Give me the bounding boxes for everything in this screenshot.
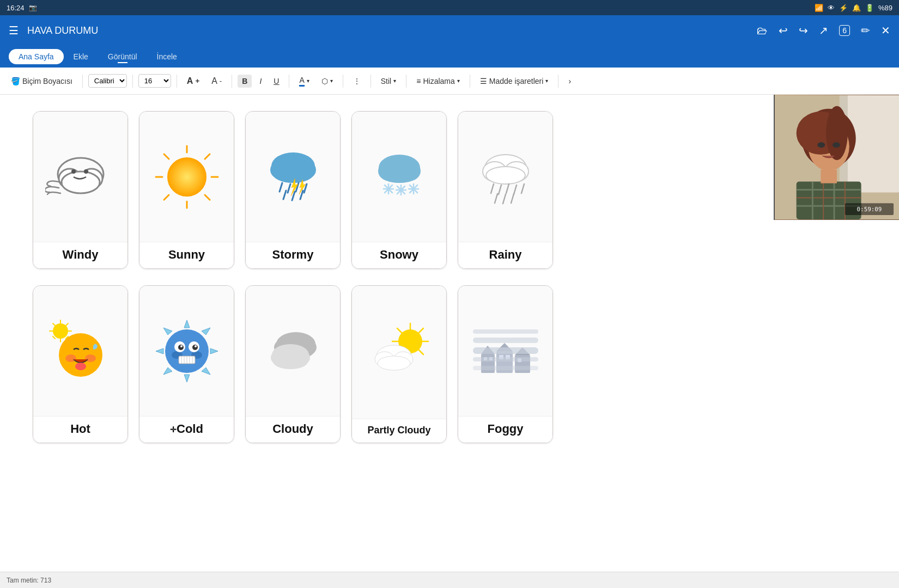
svg-rect-144 [821,170,837,183]
font-family-select[interactable]: Calibri [88,74,127,88]
align-icon: ≡ [416,77,421,85]
undo-icon[interactable]: ↩ [779,24,788,37]
tab-incele[interactable]: İncele [147,49,187,64]
weather-card-rainy: Rainy [458,111,553,269]
windy-label: Windy [33,242,127,268]
font-size-select[interactable]: 16 [138,74,171,88]
decrease-font-button[interactable]: A- [207,74,226,88]
weather-row-1: Windy [33,111,866,269]
hot-image [33,286,127,416]
svg-line-64 [53,336,55,339]
partly-cloudy-label: Partly Cloudy [352,419,446,443]
divider-2 [132,75,133,88]
weather-card-cold: ✛Cold [139,285,234,443]
number-badge: 6 [839,25,850,36]
snowy-label: Snowy [352,242,446,268]
style-button[interactable]: Stil ▾ [376,75,400,88]
svg-point-145 [817,142,825,148]
hamburger-icon[interactable]: ☰ [9,24,19,37]
snowy-icon [364,142,435,212]
word-count: 713 [40,577,51,584]
list-button[interactable]: ☰ Madde işaretleri ▾ [476,75,553,88]
rainy-icon [470,142,541,212]
style-dropdown-icon: ▾ [393,78,396,84]
tab-goruntul[interactable]: Görüntül [98,49,147,64]
foggy-icon [470,316,541,387]
svg-line-10 [164,154,169,159]
svg-point-4 [71,169,76,174]
sunny-image [139,112,234,242]
notification-icon: 🔔 [852,4,861,12]
svg-point-112 [378,356,410,370]
tab-ekle[interactable]: Ekle [64,49,98,64]
cloudy-icon [258,316,329,387]
stormy-label: Stormy [246,242,340,268]
svg-marker-72 [210,348,218,354]
webcam-person: 0:59:09 [775,95,899,220]
nav-tabs: Ana Sayfa Ekle Görüntül İncele [0,46,899,68]
expand-button[interactable]: › [564,75,575,88]
svg-rect-124 [473,347,538,354]
divider-7 [370,75,371,88]
rainy-image [458,112,552,242]
redo-icon[interactable]: ↪ [799,24,808,37]
increase-font-button[interactable]: A+ [183,74,204,88]
svg-point-85 [195,345,197,347]
svg-line-23 [283,191,286,199]
sunny-icon [151,142,222,212]
svg-line-63 [66,323,68,326]
svg-line-19 [280,183,282,192]
svg-line-51 [514,185,517,194]
tab-ana-sayfa[interactable]: Ana Sayfa [9,49,64,64]
svg-text:0:59:09: 0:59:09 [857,206,882,213]
weather-card-hot: Hot [33,285,128,443]
svg-point-3 [62,171,100,193]
svg-point-135 [826,106,848,160]
paint-bucket-button[interactable]: 🪣 Biçim Boyacısı [7,75,77,88]
svg-marker-73 [163,328,172,335]
svg-rect-127 [473,357,538,362]
divider-1 [82,75,83,88]
more-options-button[interactable]: ⋮ [349,75,365,88]
font-color-dropdown-icon[interactable]: ▾ [307,78,309,84]
weather-card-foggy: Foggy [458,285,553,443]
divider-8 [406,75,406,88]
svg-rect-125 [473,338,538,343]
svg-line-104 [397,328,402,333]
save-icon[interactable]: 🗁 [757,24,768,37]
divider-4 [232,75,232,88]
font-color-button[interactable]: A ▾ [295,74,313,89]
hot-label: Hot [33,416,127,443]
close-icon[interactable]: ✕ [881,24,890,37]
svg-point-84 [180,345,183,347]
battery-level: %89 [878,4,892,12]
partly-cloudy-image [352,286,446,419]
italic-button[interactable]: I [255,75,266,88]
weather-card-snowy: Snowy [351,111,447,269]
hot-icon [45,316,116,387]
weather-grid: Windy [33,111,866,443]
svg-marker-74 [202,328,210,335]
svg-marker-76 [202,367,210,375]
svg-line-105 [418,350,423,354]
svg-line-48 [491,184,494,193]
svg-line-61 [53,323,55,326]
webcam-overlay: 0:59:09 [774,95,899,220]
windy-image [33,112,127,242]
highlight-button[interactable]: ⬡ ▾ [317,75,337,88]
edit-icon[interactable]: ✏ [861,24,870,37]
share-icon[interactable]: ↗ [819,24,828,37]
svg-rect-128 [473,366,538,370]
weather-card-stormy: Stormy [245,111,341,269]
bold-button[interactable]: B [238,75,252,88]
highlight-dropdown-icon[interactable]: ▾ [330,78,333,84]
document-area: Windy [0,95,899,572]
list-icon: ☰ [480,77,487,85]
align-button[interactable]: ≡ Hizalama ▾ [412,75,464,88]
stormy-icon [258,142,329,212]
format-toolbar: 🪣 Biçim Boyacısı Calibri 16 A+ A- B I U … [0,68,899,95]
bottom-bar: Tam metin: 713 [0,572,899,588]
underline-button[interactable]: U [269,75,283,88]
cold-label: ✛Cold [139,416,234,443]
weather-row-2: Hot [33,285,866,443]
